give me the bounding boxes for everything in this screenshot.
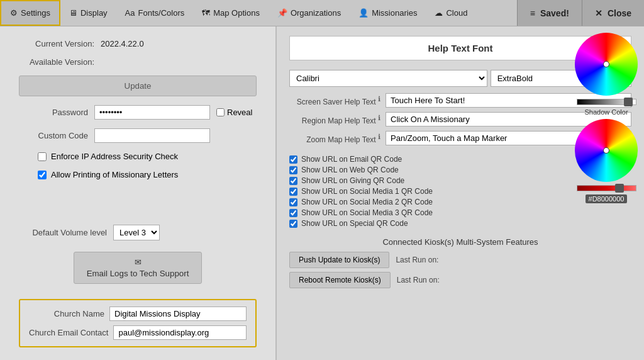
tab-settings[interactable]: ⚙ Settings <box>0 0 60 26</box>
current-version-row: Current Version: 2022.4.22.0 <box>19 39 257 48</box>
display-icon: 🖥 <box>69 8 77 18</box>
enforce-ip-checkbox[interactable] <box>38 152 47 161</box>
brightness-slider-1[interactable] <box>577 99 636 105</box>
tab-settings-label: Settings <box>21 8 50 18</box>
close-button[interactable]: ✕ Close <box>582 0 644 26</box>
qr-social1-checkbox[interactable] <box>289 188 297 196</box>
email-icon: ✉ <box>135 257 142 267</box>
custom-code-input[interactable] <box>94 128 210 143</box>
church-email-input[interactable] <box>113 325 247 340</box>
reveal-label[interactable]: Reveal <box>216 108 252 117</box>
region-map-info-icon: ℹ <box>378 114 380 121</box>
qr-email-label: Show URL on Email QR Code <box>301 155 402 164</box>
primary-color-wheel[interactable] <box>575 33 638 96</box>
email-btn-wrapper: ✉ Email Logs to Tech Support <box>19 249 257 284</box>
main-content: Current Version: 2022.4.22.0 Available V… <box>0 26 644 360</box>
zoom-map-label-text: Zoom Map Help Text <box>306 135 376 144</box>
saved-icon: ≡ <box>530 8 535 18</box>
qr-web-label: Show URL on Web QR Code <box>301 166 399 174</box>
tab-missionaries[interactable]: 👤 Missionaries <box>350 0 426 26</box>
password-input[interactable] <box>94 105 210 120</box>
email-logs-button[interactable]: ✉ Email Logs to Tech Support <box>74 252 203 284</box>
current-version-label: Current Version: <box>19 39 94 48</box>
church-email-row: Church Email Contact <box>29 325 247 340</box>
close-label: Close <box>608 8 631 18</box>
missionaries-icon: 👤 <box>358 8 369 18</box>
qr-social1-label: Show URL on Social Media 1 QR Code <box>301 187 433 196</box>
allow-printing-row: Allow Printing of Missionary Letters <box>19 170 257 179</box>
saved-indicator: ≡ Saved! <box>517 0 582 26</box>
settings-icon: ⚙ <box>10 8 18 18</box>
available-version-row: Available Version: <box>19 57 257 67</box>
tab-display-label: Display <box>80 8 108 18</box>
volume-select[interactable]: Level 1 Level 2 Level 3 Level 4 Level 5 <box>113 225 160 240</box>
qr-giving-checkbox[interactable] <box>289 177 297 185</box>
qr-special-label: Show URL on Special QR Code <box>301 219 408 228</box>
qr-email-checkbox[interactable] <box>289 155 297 164</box>
saved-label: Saved! <box>540 8 569 18</box>
qr-special-checkbox[interactable] <box>289 220 297 228</box>
qr-social3-checkbox[interactable] <box>289 209 297 217</box>
tab-cloud-label: Cloud <box>446 8 467 18</box>
tab-organizations-label: Organizations <box>291 8 341 18</box>
right-panel: Shadow Color #D8000000 Help Text Font Ca… <box>277 26 644 360</box>
password-label: Password <box>19 108 88 117</box>
reboot-kiosk-row: Reboot Remote Kiosk(s) Last Run on: <box>289 272 631 288</box>
tab-missionaries-label: Missionaries <box>372 8 417 18</box>
zoom-map-info-icon: ℹ <box>378 133 380 140</box>
reveal-text: Reveal <box>227 108 252 117</box>
available-version-label: Available Version: <box>19 57 94 67</box>
qr-social2-label: Show URL on Social Media 2 QR Code <box>301 198 433 206</box>
org-icon: 📌 <box>277 8 287 18</box>
push-update-button[interactable]: Push Update to Kiosk(s) <box>289 252 389 268</box>
qr-social3-label: Show URL on Social Media 3 QR Code <box>301 208 433 217</box>
color-wheels: Shadow Color #D8000000 <box>575 33 638 203</box>
tab-map-options[interactable]: 🗺 Map Options <box>193 0 269 26</box>
screen-saver-label-text: Screen Saver Help Text <box>297 98 376 106</box>
kiosk-title: Connected Kiosk(s) Multi-System Features <box>289 237 631 247</box>
topbar-right: ≡ Saved! ✕ Close <box>517 0 644 26</box>
left-panel: Current Version: 2022.4.22.0 Available V… <box>0 26 277 360</box>
allow-printing-checkbox[interactable] <box>38 171 47 179</box>
reboot-last-run-label: Last Run on: <box>397 276 440 284</box>
custom-code-label: Custom Code <box>19 131 88 140</box>
fonts-icon: Aa <box>125 8 135 18</box>
brightness-handle-2[interactable] <box>615 184 624 193</box>
update-button[interactable]: Update <box>19 76 257 96</box>
cloud-icon: ☁ <box>435 8 443 18</box>
region-map-label-text: Region Map Help Text <box>302 116 376 125</box>
brightness-handle-1[interactable] <box>624 98 633 106</box>
qr-special-row: Show URL on Special QR Code <box>289 219 631 228</box>
church-name-input[interactable] <box>109 307 247 321</box>
brightness-slider-2[interactable] <box>577 185 636 191</box>
screen-saver-info-icon: ℹ <box>378 95 380 103</box>
tab-fonts-colors-label: Fonts/Colors <box>138 8 185 18</box>
font-family-select[interactable]: Calibri Arial Times New Roman Verdana <box>289 70 487 87</box>
reboot-kiosk-button[interactable]: Reboot Remote Kiosk(s) <box>289 272 391 288</box>
tab-fonts-colors[interactable]: Aa Fonts/Colors <box>116 0 194 26</box>
shadow-color-wheel[interactable] <box>575 119 638 182</box>
region-map-label: Region Map Help Text ℹ <box>289 114 380 125</box>
shadow-color-label: Shadow Color <box>584 108 628 116</box>
qr-social2-checkbox[interactable] <box>289 198 297 206</box>
password-row: Password Reveal <box>19 105 257 120</box>
enforce-ip-label: Enforce IP Address Security Check <box>51 152 178 161</box>
reveal-checkbox[interactable] <box>216 108 225 116</box>
tab-display[interactable]: 🖥 Display <box>60 0 116 26</box>
screen-saver-label: Screen Saver Help Text ℹ <box>289 95 380 106</box>
tab-organizations[interactable]: 📌 Organizations <box>269 0 350 26</box>
map-icon: 🗺 <box>202 8 210 18</box>
church-name-label: Church Name <box>29 309 104 318</box>
tab-cloud[interactable]: ☁ Cloud <box>426 0 476 26</box>
enforce-ip-row: Enforce IP Address Security Check <box>19 152 257 161</box>
tab-map-options-label: Map Options <box>213 8 260 18</box>
push-update-row: Push Update to Kiosk(s) Last Run on: <box>289 252 631 268</box>
volume-row: Default Volume level Level 1 Level 2 Lev… <box>19 225 257 240</box>
allow-printing-label: Allow Printing of Missionary Letters <box>51 170 178 179</box>
church-email-label: Church Email Contact <box>29 328 108 337</box>
qr-web-checkbox[interactable] <box>289 166 297 174</box>
zoom-map-label: Zoom Map Help Text ℹ <box>289 133 380 144</box>
color-hex-display: #D8000000 <box>586 194 628 203</box>
current-version-value: 2022.4.22.0 <box>101 39 144 48</box>
custom-code-row: Custom Code <box>19 128 257 143</box>
